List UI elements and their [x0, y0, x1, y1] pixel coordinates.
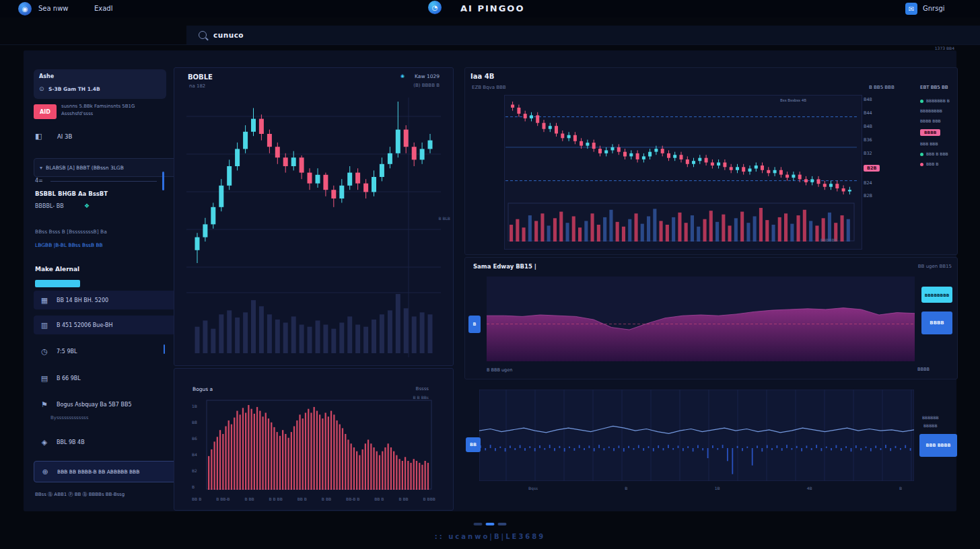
price-tick: B2B [864, 165, 880, 172]
panel-subtitle: na 182 [189, 83, 205, 89]
svg-text:B: B [192, 484, 195, 489]
search-input[interactable]: cunuco [186, 26, 980, 44]
candlestick-chart[interactable] [186, 98, 441, 357]
axis-tick: B B BB [269, 497, 283, 501]
sidebar-scrollbar[interactable] [162, 172, 164, 190]
page-dot-2[interactable] [486, 523, 495, 525]
sidebar-item-label: BB 14 BH BH. 5200 [57, 297, 108, 303]
market-legend: BBBBBBB BBBBBBBBBBBBB BBBBBBBBBB BBBBBB … [920, 99, 955, 166]
area-chart[interactable] [487, 277, 915, 361]
area-primary-button[interactable]: BBBBBBBB [921, 287, 952, 303]
sidebar-item-label: BBL 9B 4B [57, 439, 85, 445]
live-dot-icon: ◉ [400, 73, 405, 79]
search-icon [199, 31, 207, 39]
panel-title: BOBLE [188, 73, 213, 81]
panel-title: Sama Edway BB15 | [473, 263, 536, 270]
legend-item[interactable]: BBB B BBB [920, 152, 955, 156]
market-candlestick-chart[interactable] [505, 98, 857, 198]
flow-button[interactable]: BBB BBBB [919, 434, 957, 457]
market-center-label: B BB5 BBB [869, 85, 895, 90]
sidebar-footer[interactable]: BBss Ⓑ ABB1 Ⓟ BB Ⓑ BBBBs BB-Bssg [35, 491, 170, 498]
mini-scroll-dash[interactable] [164, 344, 165, 354]
flow-button-label: BBB BBBB [926, 443, 951, 448]
price-tick: B48 [864, 98, 903, 102]
market-panel: Iaa 4B EZB Bqva BBB B BB5 BBB EBT BB5 BB… [464, 67, 958, 255]
aid-badge: AID [34, 104, 57, 119]
oscillator-panel: Bogus a Bssss B B BBs 1BB8B6B4B2B BB BB … [174, 368, 454, 511]
sidebar-item-0[interactable]: ▦ BB 14 BH BH. 5200 [34, 291, 179, 309]
aid-text-line1: susnns 5.BBk Famsinsnts 5B1G [61, 104, 164, 109]
area-bottom-left: B BBB ugen [487, 367, 512, 373]
price-tick: B32 [864, 151, 903, 156]
account-card[interactable]: Ashe ⊙ S-3B Gam TH 1.4B [34, 69, 166, 99]
axis-tick: B [625, 486, 627, 490]
legend-item[interactable]: BBBBBBBB [920, 109, 955, 113]
app-window: ◉ Sea nww Exadl ◔ AI PINGOO ✉ Gnrsgi cun… [0, 0, 980, 549]
area-bottom-right: BBBB [917, 367, 930, 372]
progress-label: Make Alernal [35, 266, 79, 272]
symbol-select[interactable]: ▾ BLABSB [A] BBBT (BBssn 3LGB [34, 158, 180, 177]
chevron-down-icon: ▾ [40, 165, 42, 171]
flow-side-badge[interactable]: BB [466, 437, 481, 452]
progress-bar [35, 280, 80, 287]
osc-right-label: Bssss [416, 386, 429, 392]
diamond-icon: ◈ [39, 438, 50, 447]
legend-item[interactable]: BBBB [920, 129, 955, 136]
legend-item[interactable]: BBBB BBB [920, 119, 955, 123]
dashboard-panel: Ashe ⊙ S-3B Gam TH 1.4B AID susnns 5.BBk… [24, 50, 956, 511]
ai-row-label[interactable]: AI 3B [57, 133, 72, 140]
legend-item[interactable]: BBBBBBB B [920, 99, 955, 103]
sidebar-item-3[interactable]: ▤ B 66 9BL [34, 369, 179, 388]
osc-xticks: BB BB BB-BB BBB B BBBB BB BBBB-B BBB BB … [192, 497, 435, 501]
flow-right-text1: BBBBBB [922, 415, 939, 420]
app-title: AI PINGOO [460, 3, 524, 13]
account-section-label: Ashe [39, 73, 54, 79]
account-label[interactable]: Gnrsgi [923, 5, 945, 12]
area-secondary-button[interactable]: BBBB [921, 312, 952, 334]
sidebar-item-label: B 66 9BL [57, 375, 81, 381]
svg-text:B2: B2 [192, 468, 197, 473]
oscillator-chart[interactable]: 1BB8B6B4B2B [192, 400, 435, 494]
flow-chart[interactable] [479, 390, 914, 481]
brand-label[interactable]: Sea nww [38, 5, 69, 12]
note-link[interactable]: LBGBB |B-BL BBss BssB BB [35, 242, 166, 248]
mail-icon[interactable]: ✉ [905, 3, 917, 15]
sidebar-item-6[interactable]: ⊕ BBB BB BBBB-B BB ABBBBB BBB [34, 461, 180, 482]
svg-text:1B: 1B [192, 404, 197, 408]
axis-tick: B BB [322, 497, 331, 501]
axis-tick: BB-B B [346, 497, 359, 501]
page-dot-3[interactable] [498, 523, 507, 525]
slider-track[interactable] [50, 181, 157, 182]
flow-side-badge-label: BB [470, 442, 477, 447]
note-gray: BBss Bsss B [BssssssssB] Ba [35, 229, 166, 235]
axis-tick: B BB [398, 497, 408, 501]
toggle-icon[interactable]: ⊙ [39, 85, 44, 92]
panel-clock-sub: (B) BBBB B [413, 83, 440, 88]
flow-xticks: BqssB1B4BB [528, 486, 902, 490]
logo-icon: ◔ [428, 1, 442, 14]
axis-tick: Bqss [528, 486, 538, 490]
bank-icon: ▥ [39, 321, 50, 330]
area-right-label: BB ugen BB15 [918, 264, 952, 269]
panel-subtitle: EZB Bqva BBB [472, 85, 506, 90]
footer-text: :: ucanwo|B|LE3689 [0, 533, 980, 540]
market-volume-chart[interactable] [505, 203, 857, 246]
sidebar-item-1[interactable]: ▥ B 451 52006 Bue-BH [34, 316, 179, 334]
card-icon: ▤ [39, 374, 50, 383]
sidebar-item-5[interactable]: ◈ BBL 9B 4B [34, 433, 179, 451]
flow-panel: BB BBBBBB BBBBB BBB BBBB BqssB1B4BB [464, 381, 956, 509]
brand-icon[interactable]: ◉ [18, 2, 32, 15]
legend-item[interactable]: BBB B [920, 162, 955, 166]
axis-tick: BB B [298, 497, 307, 501]
price-tick: B2B [864, 194, 903, 198]
sidebar-item-2[interactable]: ◷ 7:5 9BL [34, 342, 179, 361]
sidebar-item-4[interactable]: ⚑ Bogus Asbquay Ba 5B7 BB5 [34, 395, 179, 414]
search-row: cunuco [0, 26, 980, 45]
page-dot-1[interactable] [474, 523, 483, 525]
price-tick: B4B [864, 124, 903, 129]
legend-item[interactable]: BBB BBB [920, 142, 955, 146]
menu-item-exadl[interactable]: Exadl [94, 5, 113, 12]
area-side-badge[interactable]: B [468, 316, 481, 333]
area-side-badge-label: B [473, 322, 477, 327]
symbol-select-value: BLABSB [A] BBBT (BBssn 3LGB [46, 165, 124, 171]
